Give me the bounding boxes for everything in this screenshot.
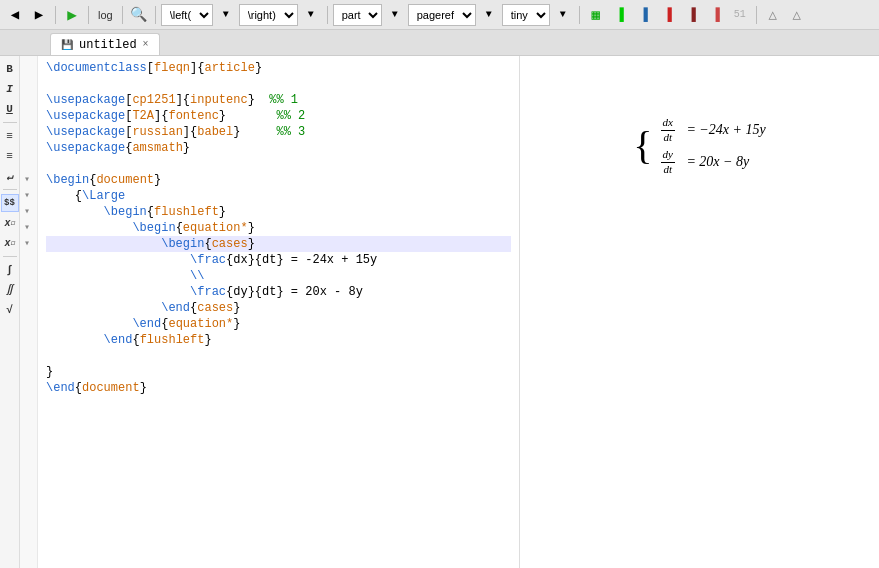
code-editor[interactable]: \documentclass[fleqn]{article} \usepacka…	[38, 56, 519, 568]
compile-button[interactable]: ▶	[61, 4, 83, 26]
sep7	[756, 6, 757, 24]
sep1	[55, 6, 56, 24]
newline-button[interactable]: ↵	[1, 167, 19, 185]
equation-1: dx dt = −24x + 15y	[661, 116, 766, 144]
superscript-button[interactable]: x◻	[1, 234, 19, 252]
code-line-12: \begin{cases}	[46, 236, 511, 252]
zoom-in-button[interactable]: 🔍	[128, 4, 150, 26]
eq1-rhs: = −24x + 15y	[683, 116, 766, 144]
pageref-arrow[interactable]: ▼	[478, 4, 500, 26]
code-line-10: \begin{flushleft}	[46, 204, 511, 220]
code-line-18: \end{flushleft}	[46, 332, 511, 348]
sidebar-divider-2	[3, 189, 17, 190]
pageref-select[interactable]: pageref	[408, 4, 476, 26]
code-line-14: \\	[46, 268, 511, 284]
code-line-11: \begin{equation*}	[46, 220, 511, 236]
integral-button[interactable]: ∫	[1, 261, 19, 279]
sidebar-divider-3	[3, 256, 17, 257]
tab-untitled[interactable]: 💾 untitled ×	[50, 33, 160, 55]
frac-dx-den: dt	[661, 131, 674, 144]
sqrt-button[interactable]: √	[1, 301, 19, 319]
code-line-7	[46, 156, 511, 172]
left-delimiter-select[interactable]: \left(	[161, 4, 213, 26]
code-line-20: }	[46, 364, 511, 380]
align-left-button[interactable]: ≡	[1, 127, 19, 145]
green-col-icon[interactable]: ▐	[609, 4, 631, 26]
frac-dx-dt: dx dt	[661, 116, 675, 143]
preview-panel: { dx dt = −24x + 15y dy dt	[519, 56, 879, 568]
bold-button[interactable]: B	[1, 60, 19, 78]
part-arrow[interactable]: ▼	[384, 4, 406, 26]
stat-icon[interactable]: 51	[729, 4, 751, 26]
big-brace: {	[633, 126, 652, 166]
tab-close-button[interactable]: ×	[143, 39, 149, 50]
code-line-15: \frac{dy}{dt} = 20x - 8y	[46, 284, 511, 300]
align-center-button[interactable]: ≡	[1, 147, 19, 165]
red-col-icon[interactable]: ▐	[657, 4, 679, 26]
sep6	[579, 6, 580, 24]
tab-bar: 💾 untitled ×	[0, 30, 879, 56]
part-select[interactable]: part	[333, 4, 382, 26]
editor-container: ▾ ▾ ▾ ▾ ▾ \documentclass[fleqn]{article}…	[20, 56, 519, 568]
italic-button[interactable]: I	[1, 80, 19, 98]
double-integral-button[interactable]: ∬	[1, 281, 19, 299]
code-line-21: \end{document}	[46, 380, 511, 396]
code-line-19	[46, 348, 511, 364]
right-delimiter-select[interactable]: \right)	[239, 4, 298, 26]
right-delim-arrow[interactable]: ▼	[300, 4, 322, 26]
code-line-4: \usepackage[T2A]{fontenc} %% 2	[46, 108, 511, 124]
code-line-3: \usepackage[cp1251]{inputenc} %% 1	[46, 92, 511, 108]
tri-dn-icon[interactable]: △	[786, 4, 808, 26]
underline-button[interactable]: U	[1, 100, 19, 118]
col-icon-2[interactable]: ▐	[633, 4, 655, 26]
col-icon-3[interactable]: ▐	[681, 4, 703, 26]
code-line-9: {\Large	[46, 188, 511, 204]
main-toolbar: ◀ ▶ ▶ log 🔍 \left( ▼ \right) ▼ part ▼ pa…	[0, 0, 879, 30]
sep3	[122, 6, 123, 24]
frac-dy-dt: dy dt	[661, 148, 675, 175]
code-line-1: \documentclass[fleqn]{article}	[46, 60, 511, 76]
sep5	[327, 6, 328, 24]
displaymath-button[interactable]: $$	[1, 194, 19, 212]
sidebar-divider-1	[3, 122, 17, 123]
fold-indicators: ▾ ▾ ▾ ▾ ▾	[20, 56, 38, 568]
left-sidebar: B I U ≡ ≡ ↵ $$ x◻ x◻ ∫ ∬ √	[0, 56, 20, 568]
tiny-arrow[interactable]: ▼	[552, 4, 574, 26]
code-line-8: \begin{document}	[46, 172, 511, 188]
table-icon[interactable]: ▦	[585, 4, 607, 26]
frac-dy-den: dt	[661, 163, 674, 176]
equation-2: dy dt = 20x − 8y	[661, 148, 766, 176]
code-line-2	[46, 76, 511, 92]
code-line-17: \end{equation*}	[46, 316, 511, 332]
tab-label: untitled	[79, 38, 137, 52]
main-layout: B I U ≡ ≡ ↵ $$ x◻ x◻ ∫ ∬ √ ▾ ▾ ▾ ▾ ▾	[0, 56, 879, 568]
code-line-16: \end{cases}	[46, 300, 511, 316]
left-delim-arrow[interactable]: ▼	[215, 4, 237, 26]
tri-up-icon[interactable]: △	[762, 4, 784, 26]
eq2-rhs: = 20x − 8y	[683, 148, 749, 176]
forward-button[interactable]: ▶	[28, 4, 50, 26]
sep4	[155, 6, 156, 24]
back-button[interactable]: ◀	[4, 4, 26, 26]
equations-block: dx dt = −24x + 15y dy dt = 20x − 8y	[661, 116, 766, 176]
tab-save-icon: 💾	[61, 39, 73, 51]
math-preview: { dx dt = −24x + 15y dy dt	[633, 116, 765, 176]
log-button[interactable]: log	[94, 7, 117, 23]
subscript-button[interactable]: x◻	[1, 214, 19, 232]
code-line-6: \usepackage{amsmath}	[46, 140, 511, 156]
col-icon-4[interactable]: ▐	[705, 4, 727, 26]
code-line-13: \frac{dx}{dt} = -24x + 15y	[46, 252, 511, 268]
code-line-5: \usepackage[russian]{babel} %% 3	[46, 124, 511, 140]
sep2	[88, 6, 89, 24]
frac-dy-num: dy	[661, 148, 675, 162]
tiny-select[interactable]: tiny	[502, 4, 550, 26]
frac-dx-num: dx	[661, 116, 675, 130]
